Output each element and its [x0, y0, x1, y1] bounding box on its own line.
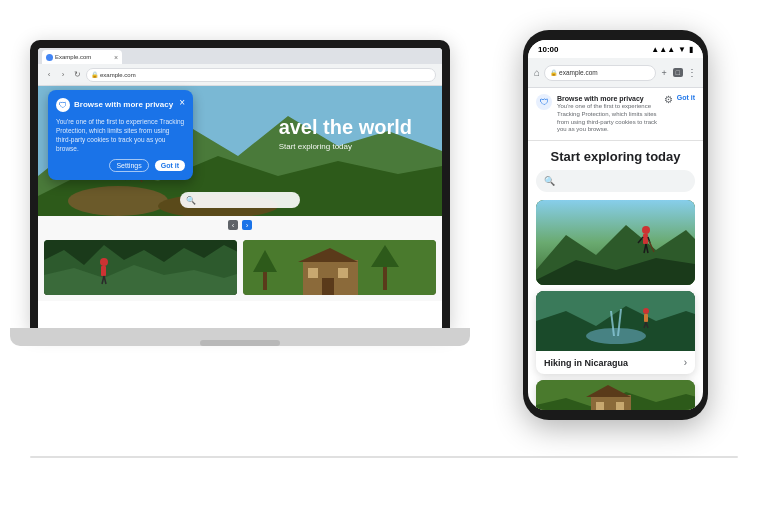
phone-tab-button[interactable]: +: [660, 66, 669, 80]
phone-privacy-text-area: Browse with more privacy You're one of t…: [557, 94, 659, 134]
battery-icon: ▮: [689, 45, 693, 54]
svg-point-33: [642, 226, 650, 234]
phone-device: 10:00 ▲▲▲ ▼ ▮ ⌂ 🔒 example.com + □ ⋮: [523, 30, 708, 420]
phone-shield-icon: 🛡: [540, 97, 549, 107]
phone-privacy-title: Browse with more privacy: [557, 94, 659, 103]
status-icons: ▲▲▲ ▼ ▮: [651, 45, 693, 54]
phone-address-bar[interactable]: 🔒 example.com: [544, 65, 655, 81]
wifi-icon: ▼: [678, 45, 686, 54]
laptop-device: Example.com × ‹ › ↻ 🔒 example.com: [30, 40, 480, 380]
thumb-cabin-img: [243, 240, 436, 295]
phone-hero-svg: [536, 200, 695, 285]
scene: Example.com × ‹ › ↻ 🔒 example.com: [0, 0, 768, 528]
phone-search-icon: 🔍: [544, 176, 555, 186]
thumb-forest-img: [44, 240, 237, 295]
popup-close-button[interactable]: ×: [179, 98, 185, 108]
tab-bar: Example.com ×: [38, 48, 442, 64]
popup-header: 🛡 Browse with more privacy ×: [56, 98, 185, 112]
carousel-nav: ‹ ›: [38, 216, 442, 234]
phone-card-1-image: [536, 291, 695, 351]
svg-point-43: [586, 328, 646, 344]
prev-button[interactable]: ‹: [228, 220, 238, 230]
hero-search-bar[interactable]: 🔍: [180, 192, 300, 208]
next-button[interactable]: ›: [242, 220, 252, 230]
tab-favicon-icon: [46, 54, 53, 61]
svg-rect-16: [101, 266, 106, 276]
laptop-screen-inner: Example.com × ‹ › ↻ 🔒 example.com: [38, 48, 442, 330]
laptop-screen-outer: Example.com × ‹ › ↻ 🔒 example.com: [30, 40, 450, 330]
phone-card-1[interactable]: Hiking in Nicaragua ›: [536, 291, 695, 374]
phone-tab-count[interactable]: □: [673, 68, 683, 77]
svg-rect-55: [616, 402, 624, 410]
thumb-2[interactable]: [243, 240, 436, 295]
phone-menu-button[interactable]: ⋮: [687, 67, 697, 78]
phone-card-1-body: Hiking in Nicaragua ›: [536, 351, 695, 374]
address-bar-row: ‹ › ↻ 🔒 example.com: [38, 64, 442, 85]
phone-privacy-body: You're one of the first to experience Tr…: [557, 103, 659, 134]
svg-rect-27: [383, 265, 387, 290]
phone-screen: 10:00 ▲▲▲ ▼ ▮ ⌂ 🔒 example.com + □ ⋮: [528, 40, 703, 410]
svg-rect-47: [644, 314, 648, 322]
phone-site-title: Start exploring today: [536, 149, 695, 164]
forward-button[interactable]: ›: [58, 70, 68, 80]
phone-hero-image: [536, 200, 695, 285]
laptop-desk-line: [30, 456, 738, 458]
phone-privacy-banner: 🛡 Browse with more privacy You're one of…: [528, 88, 703, 141]
svg-point-3: [68, 186, 168, 216]
svg-rect-24: [322, 278, 334, 295]
phone-lock-icon: 🔒: [550, 69, 557, 76]
phone-gotit-button[interactable]: Got it: [677, 94, 695, 101]
laptop-base: [10, 328, 470, 346]
shield-icon: 🛡: [56, 98, 70, 112]
svg-rect-34: [643, 234, 648, 244]
card1-svg: [536, 291, 695, 351]
card2-svg: [536, 380, 695, 410]
browser-chrome: Example.com × ‹ › ↻ 🔒 example.com: [38, 48, 442, 86]
phone-card-1-title: Hiking in Nicaragua: [544, 358, 628, 368]
phone-card-2-image: [536, 380, 695, 410]
phone-privacy-icon: 🛡: [536, 94, 552, 110]
svg-point-46: [643, 308, 649, 314]
lock-icon: 🔒: [91, 71, 98, 78]
phone-card-2[interactable]: [536, 380, 695, 410]
shield-inner: 🛡: [59, 101, 67, 110]
signal-icon: ▲▲▲: [651, 45, 675, 54]
tab-close-button[interactable]: ×: [114, 54, 118, 61]
thumbnail-row: [38, 234, 442, 301]
status-time: 10:00: [538, 45, 558, 54]
phone-home-icon[interactable]: ⌂: [534, 67, 540, 78]
address-bar[interactable]: 🔒 example.com: [86, 68, 436, 82]
back-button[interactable]: ‹: [44, 70, 54, 80]
settings-button[interactable]: Settings: [109, 159, 148, 172]
phone-address-text: example.com: [559, 69, 598, 76]
phone-search-bar[interactable]: 🔍: [536, 170, 695, 192]
phone-privacy-actions: ⚙ Got it: [664, 94, 695, 134]
hero-subtitle: Start exploring today: [279, 142, 412, 151]
popup-body: You're one of the first to experience Tr…: [56, 117, 185, 153]
popup-icon-title: 🛡 Browse with more privacy: [56, 98, 173, 112]
phone-site-content: Start exploring today 🔍: [528, 141, 703, 410]
refresh-button[interactable]: ↻: [72, 70, 82, 80]
popup-actions: Settings Got it: [56, 159, 185, 172]
phone-card-1-arrow[interactable]: ›: [684, 357, 687, 368]
browser-tab[interactable]: Example.com ×: [42, 50, 122, 64]
gotit-button[interactable]: Got it: [155, 160, 185, 171]
hero-text-overlay: avel the world Start exploring today: [279, 116, 412, 151]
phone-status-bar: 10:00 ▲▲▲ ▼ ▮: [528, 40, 703, 58]
phone-browser-chrome: ⌂ 🔒 example.com + □ ⋮: [528, 58, 703, 88]
search-icon: 🔍: [186, 196, 196, 205]
phone-settings-icon[interactable]: ⚙: [664, 94, 673, 105]
svg-rect-22: [308, 268, 318, 278]
svg-rect-25: [263, 270, 267, 290]
popup-title: Browse with more privacy: [74, 100, 173, 110]
address-text: example.com: [100, 72, 136, 78]
privacy-popup: 🛡 Browse with more privacy × You're one …: [48, 90, 193, 180]
svg-rect-54: [596, 402, 604, 410]
svg-rect-23: [338, 268, 348, 278]
hero-title: avel the world: [279, 116, 412, 138]
tab-label: Example.com: [55, 54, 91, 60]
svg-point-15: [100, 258, 108, 266]
thumb-1[interactable]: [44, 240, 237, 295]
